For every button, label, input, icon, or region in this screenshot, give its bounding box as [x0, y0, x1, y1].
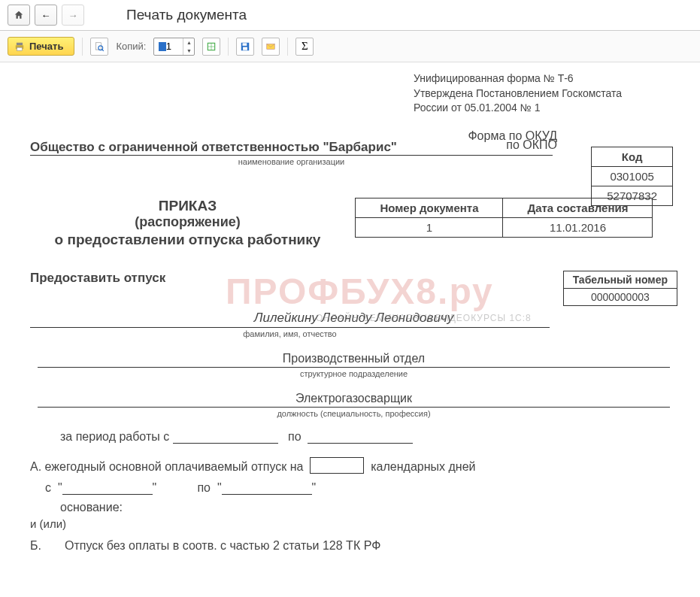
form-header-line: Унифицированная форма № Т-6 — [414, 71, 677, 86]
tabnum-header: Табельный номер — [563, 271, 677, 288]
period-to-label: по — [288, 430, 302, 443]
form-header-line: Утверждена Постановлением Госкомстата — [414, 86, 677, 102]
nav-bar: ← → Печать документа — [0, 0, 700, 31]
employee-position: Электрогазосварщик — [30, 392, 677, 405]
forward-button: → — [62, 5, 84, 26]
to-label: по — [197, 481, 211, 494]
org-caption: наименование организации — [30, 157, 553, 166]
preview-icon — [94, 41, 105, 52]
svg-rect-12 — [243, 47, 247, 50]
docdate-value: 11.01.2016 — [503, 217, 653, 237]
svg-rect-0 — [17, 42, 23, 45]
arrow-right-icon: → — [68, 10, 78, 21]
docnum-value: 1 — [356, 217, 503, 237]
separator — [82, 38, 83, 56]
employee-fio: Лилейкину Леониду Леонидовичу — [30, 311, 677, 326]
copies-label: Копий: — [116, 41, 146, 52]
title-prikaz: ПРИКАЗ — [55, 198, 321, 214]
section-a-label: А. ежегодный основной оплачиваемый отпус… — [30, 460, 303, 473]
days-box — [310, 457, 364, 474]
employee-dept: Производственный отдел — [30, 352, 677, 365]
section-a-row: А. ежегодный основной оплачиваемый отпус… — [30, 457, 677, 474]
print-button[interactable]: Печать — [8, 37, 74, 56]
position-underline — [38, 407, 670, 408]
sum-button[interactable]: Σ — [295, 38, 314, 56]
a-date-from — [58, 481, 171, 495]
basis-label: основание: — [60, 501, 123, 514]
mail-button[interactable] — [262, 38, 280, 56]
sigma-icon: Σ — [302, 40, 308, 53]
document-body: Унифицированная форма № Т-6 Утверждена П… — [0, 62, 700, 568]
copies-spinner[interactable]: 1 ▲ ▼ — [153, 38, 195, 56]
table-save-icon — [206, 41, 217, 52]
toolbar: Печать Копий: 1 ▲ ▼ Σ — [0, 31, 700, 62]
title-subject: о предоставлении отпуска работнику — [55, 232, 321, 248]
code-table: Код 0301005 52707832 — [591, 147, 673, 206]
order-title-block: ПРИКАЗ (распоряжение) о предоставлении о… — [55, 198, 321, 248]
a-date-to — [217, 481, 330, 495]
save-button[interactable] — [236, 38, 254, 56]
form-header: Унифицированная форма № Т-6 Утверждена П… — [414, 71, 677, 116]
spinner-up-icon[interactable]: ▲ — [183, 38, 194, 47]
spinner-down-icon[interactable]: ▼ — [183, 47, 194, 55]
preview-button[interactable] — [90, 38, 108, 56]
position-caption: должность (специальность, профессия) — [30, 409, 677, 418]
from-label: с — [45, 481, 51, 494]
title-rasporyazhenie: (распоряжение) — [55, 214, 321, 230]
dept-underline — [38, 367, 670, 368]
save-spreadsheet-button[interactable] — [202, 38, 220, 56]
arrow-left-icon: ← — [41, 10, 51, 21]
dept-caption: структурное подразделение — [30, 369, 677, 378]
print-label: Печать — [29, 41, 63, 52]
fio-caption: фамилия, имя, отчество — [30, 329, 550, 338]
grant-label: Предоставить отпуск — [30, 271, 165, 286]
section-b-row: Б. Отпуск без оплаты в соотв. с частью 2… — [30, 539, 677, 553]
envelope-icon — [265, 41, 276, 52]
svg-line-5 — [102, 49, 104, 50]
separator — [287, 38, 288, 56]
or-label: и (или) — [30, 517, 677, 530]
home-button[interactable] — [8, 5, 30, 26]
work-period-row: за период работы с по — [30, 430, 677, 444]
period-prefix: за период работы с — [60, 430, 169, 443]
window-title: Печать документа — [126, 7, 247, 23]
tabnum-table: Табельный номер 0000000003 — [563, 271, 677, 306]
basis-row: основание: — [30, 501, 677, 514]
svg-rect-11 — [243, 43, 247, 46]
svg-rect-2 — [17, 47, 23, 50]
home-icon — [14, 10, 24, 20]
section-a-dates: с по — [30, 481, 677, 495]
code-header: Код — [592, 147, 673, 167]
tabnum-value: 0000000003 — [563, 288, 677, 305]
docnum-header: Номер документа — [356, 198, 503, 217]
diskette-icon — [240, 41, 250, 52]
period-to-field — [308, 430, 413, 444]
back-button[interactable]: ← — [35, 5, 57, 26]
okud-value: 0301005 — [592, 167, 673, 186]
org-name: Общество с ограниченной ответственностью… — [30, 140, 406, 155]
okpo-value: 52707832 — [592, 186, 673, 206]
days-suffix: календарных дней — [371, 460, 475, 473]
form-header-line: России от 05.01.2004 № 1 — [414, 101, 677, 116]
fio-underline — [30, 327, 550, 328]
period-from-field — [173, 430, 278, 444]
printer-icon — [14, 41, 25, 52]
separator — [228, 38, 229, 56]
org-underline — [30, 155, 553, 156]
copies-value: 1 — [154, 41, 183, 52]
